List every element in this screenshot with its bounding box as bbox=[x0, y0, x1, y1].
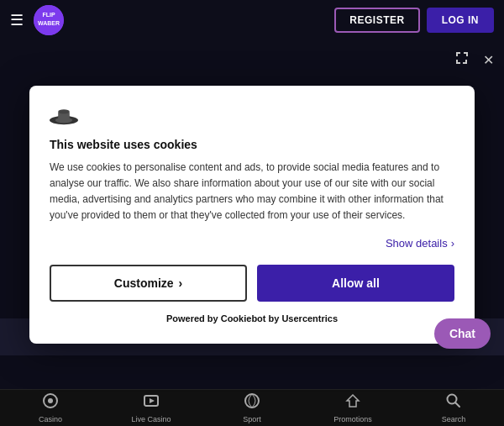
powered-by-brand: Cookiebot by Usercentrics bbox=[221, 313, 338, 323]
nav-item-live-casino[interactable]: Live Casino bbox=[101, 392, 202, 423]
powered-by: Powered by Cookiebot by Usercentrics bbox=[50, 313, 454, 323]
svg-marker-10 bbox=[150, 398, 155, 403]
nav-item-sport[interactable]: Sport bbox=[202, 392, 302, 423]
chevron-right-icon: › bbox=[451, 237, 454, 250]
logo: FLIP WABER bbox=[34, 5, 64, 35]
cookie-modal: This website uses cookies We use cookies… bbox=[29, 86, 475, 344]
search-label: Search bbox=[442, 415, 466, 423]
nav-item-casino[interactable]: Casino bbox=[0, 392, 101, 423]
promotions-icon bbox=[344, 392, 361, 413]
customize-chevron-icon: › bbox=[179, 276, 183, 290]
svg-line-13 bbox=[456, 403, 460, 408]
nav-item-promotions[interactable]: Promotions bbox=[302, 392, 403, 423]
live-casino-icon bbox=[143, 392, 160, 413]
modal-overlay: This website uses cookies We use cookies… bbox=[0, 40, 504, 389]
allow-all-button[interactable]: Allow all bbox=[257, 265, 454, 302]
logo-svg: FLIP WABER bbox=[34, 5, 64, 35]
nav-right: REGISTER LOG IN bbox=[334, 8, 494, 33]
sombrero-svg bbox=[50, 106, 78, 126]
sport-icon bbox=[244, 392, 260, 413]
sport-label: Sport bbox=[243, 415, 261, 423]
login-button[interactable]: LOG IN bbox=[427, 8, 494, 33]
svg-point-8 bbox=[48, 398, 53, 403]
promotions-label: Promotions bbox=[333, 415, 372, 423]
show-details-row: Show details › bbox=[50, 237, 454, 250]
cookie-icon bbox=[50, 106, 454, 129]
logo-circle: FLIP WABER bbox=[34, 5, 64, 35]
svg-text:FLIP: FLIP bbox=[42, 12, 55, 18]
bottom-navigation: Casino Live Casino Sport Promotions Sear… bbox=[0, 389, 504, 426]
chat-button[interactable]: Chat bbox=[434, 318, 491, 349]
show-details-link[interactable]: Show details › bbox=[386, 237, 454, 250]
nav-left: ☰ FLIP WABER bbox=[10, 5, 64, 35]
search-icon bbox=[445, 392, 462, 413]
cookie-buttons: Customize › Allow all bbox=[50, 265, 454, 302]
show-details-label: Show details bbox=[386, 237, 448, 250]
powered-by-prefix: Powered by bbox=[166, 313, 221, 323]
customize-label: Customize bbox=[114, 276, 174, 290]
hamburger-icon[interactable]: ☰ bbox=[10, 11, 24, 29]
casino-icon bbox=[42, 392, 59, 413]
top-navigation: ☰ FLIP WABER REGISTER LOG IN bbox=[0, 0, 504, 40]
svg-text:WABER: WABER bbox=[38, 20, 60, 26]
cookie-title: This website uses cookies bbox=[50, 138, 454, 151]
main-area: ✕ This website uses cookies We use cooki… bbox=[0, 40, 504, 389]
customize-button[interactable]: Customize › bbox=[50, 265, 247, 302]
nav-item-search[interactable]: Search bbox=[403, 392, 504, 423]
cookie-body: We use cookies to personalise content an… bbox=[50, 160, 454, 224]
casino-label: Casino bbox=[39, 415, 62, 423]
live-casino-label: Live Casino bbox=[131, 415, 171, 423]
svg-point-11 bbox=[245, 394, 259, 408]
register-button[interactable]: REGISTER bbox=[334, 8, 419, 33]
svg-point-6 bbox=[58, 109, 70, 113]
